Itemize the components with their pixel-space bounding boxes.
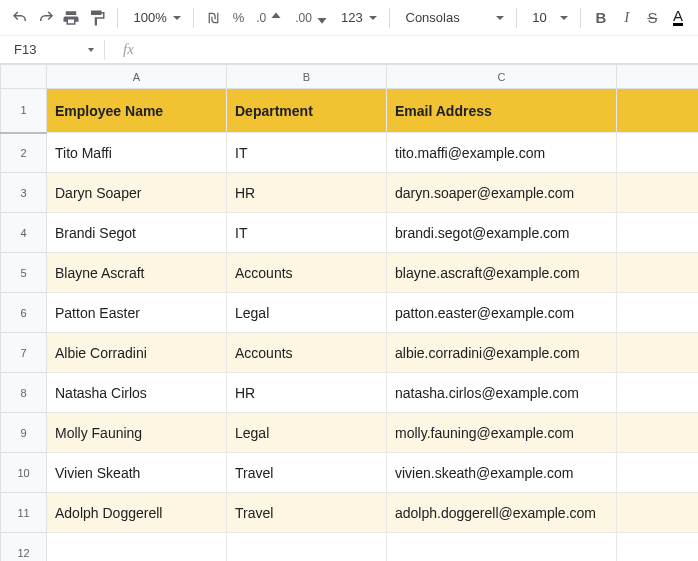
cell[interactable]: IT bbox=[227, 133, 387, 173]
separator bbox=[580, 8, 581, 28]
row-header[interactable]: 9 bbox=[1, 413, 47, 453]
cell[interactable]: Travel bbox=[227, 493, 387, 533]
zoom-value: 100% bbox=[134, 10, 167, 25]
cell[interactable]: Brandi Segot bbox=[47, 213, 227, 253]
bold-button[interactable]: B bbox=[589, 5, 613, 31]
cell[interactable]: Legal bbox=[227, 293, 387, 333]
cell[interactable]: daryn.soaper@example.com bbox=[387, 173, 617, 213]
cell[interactable]: blayne.ascraft@example.com bbox=[387, 253, 617, 293]
cell[interactable]: Travel bbox=[227, 453, 387, 493]
cell[interactable]: tito.maffi@example.com bbox=[387, 133, 617, 173]
row-header[interactable]: 8 bbox=[1, 373, 47, 413]
cell[interactable]: Legal bbox=[227, 413, 387, 453]
cell[interactable]: patton.easter@example.com bbox=[387, 293, 617, 333]
table-row: 4Brandi SegotITbrandi.segot@example.com bbox=[1, 213, 699, 253]
cell[interactable]: natasha.cirlos@example.com bbox=[387, 373, 617, 413]
cell[interactable]: Patton Easter bbox=[47, 293, 227, 333]
paint-format-button[interactable] bbox=[85, 5, 109, 31]
cell[interactable]: HR bbox=[227, 173, 387, 213]
row-header[interactable]: 5 bbox=[1, 253, 47, 293]
cell[interactable] bbox=[617, 293, 699, 333]
row-header[interactable]: 7 bbox=[1, 333, 47, 373]
cell[interactable] bbox=[617, 253, 699, 293]
column-header[interactable]: A bbox=[47, 65, 227, 89]
strikethrough-button[interactable]: S bbox=[641, 5, 665, 31]
text-color-button[interactable]: A bbox=[666, 5, 690, 31]
font-dropdown[interactable]: Consolas bbox=[398, 5, 508, 31]
chevron-down-icon bbox=[88, 48, 94, 52]
currency-button[interactable]: ₪ bbox=[202, 5, 225, 31]
cell[interactable]: Natasha Cirlos bbox=[47, 373, 227, 413]
select-all-corner[interactable] bbox=[1, 65, 47, 89]
formula-bar-row: F13 fx bbox=[0, 36, 698, 64]
cell[interactable]: IT bbox=[227, 213, 387, 253]
redo-button[interactable] bbox=[34, 5, 58, 31]
separator bbox=[117, 8, 118, 28]
column-header[interactable]: B bbox=[227, 65, 387, 89]
row-header[interactable]: 3 bbox=[1, 173, 47, 213]
cell[interactable]: Department bbox=[227, 89, 387, 133]
cell[interactable]: Molly Fauning bbox=[47, 413, 227, 453]
cell[interactable]: brandi.segot@example.com bbox=[387, 213, 617, 253]
decrease-decimal-button[interactable]: .0 bbox=[252, 5, 289, 31]
increase-decimal-button[interactable]: .00 bbox=[291, 5, 335, 31]
column-header-row: A B C bbox=[1, 65, 699, 89]
cell[interactable] bbox=[617, 493, 699, 533]
row-header[interactable]: 12 bbox=[1, 533, 47, 562]
cell[interactable]: Adolph Doggerell bbox=[47, 493, 227, 533]
table-row: 9Molly FauningLegalmolly.fauning@example… bbox=[1, 413, 699, 453]
cell[interactable] bbox=[617, 533, 699, 562]
formula-input[interactable] bbox=[134, 36, 698, 63]
cell[interactable] bbox=[617, 133, 699, 173]
chevron-down-icon bbox=[173, 16, 181, 20]
chevron-down-icon bbox=[496, 16, 504, 20]
cell[interactable]: HR bbox=[227, 373, 387, 413]
row-header[interactable]: 2 bbox=[1, 133, 47, 173]
cell[interactable] bbox=[617, 213, 699, 253]
row-header[interactable]: 1 bbox=[1, 89, 47, 133]
cell[interactable]: vivien.skeath@example.com bbox=[387, 453, 617, 493]
cell[interactable] bbox=[227, 533, 387, 562]
number-format-dropdown[interactable]: 123 bbox=[337, 5, 381, 31]
cell[interactable] bbox=[617, 373, 699, 413]
cell[interactable]: adolph.doggerell@example.com bbox=[387, 493, 617, 533]
row-header[interactable]: 10 bbox=[1, 453, 47, 493]
italic-button[interactable]: I bbox=[615, 5, 639, 31]
separator bbox=[104, 40, 105, 60]
cell[interactable]: Accounts bbox=[227, 253, 387, 293]
separator bbox=[516, 8, 517, 28]
cell[interactable]: Daryn Soaper bbox=[47, 173, 227, 213]
chevron-down-icon bbox=[369, 16, 377, 20]
column-header[interactable]: C bbox=[387, 65, 617, 89]
percent-button[interactable]: % bbox=[227, 5, 251, 31]
font-size-dropdown[interactable]: 10 bbox=[524, 5, 572, 31]
cell[interactable]: Tito Maffi bbox=[47, 133, 227, 173]
column-header[interactable] bbox=[617, 65, 699, 89]
row-header[interactable]: 11 bbox=[1, 493, 47, 533]
cell[interactable]: Vivien Skeath bbox=[47, 453, 227, 493]
cell[interactable]: Albie Corradini bbox=[47, 333, 227, 373]
font-size-value: 10 bbox=[532, 10, 546, 25]
undo-button[interactable] bbox=[8, 5, 32, 31]
cell[interactable]: Employee Name bbox=[47, 89, 227, 133]
row-header[interactable]: 4 bbox=[1, 213, 47, 253]
cell[interactable]: Email Address bbox=[387, 89, 617, 133]
cell[interactable] bbox=[387, 533, 617, 562]
row-header[interactable]: 6 bbox=[1, 293, 47, 333]
cell[interactable] bbox=[617, 333, 699, 373]
print-button[interactable] bbox=[59, 5, 83, 31]
cell[interactable]: molly.fauning@example.com bbox=[387, 413, 617, 453]
table-row: 3Daryn SoaperHRdaryn.soaper@example.com bbox=[1, 173, 699, 213]
cell[interactable] bbox=[617, 413, 699, 453]
cell[interactable] bbox=[617, 453, 699, 493]
name-box[interactable]: F13 bbox=[6, 38, 100, 62]
cell[interactable] bbox=[617, 173, 699, 213]
cell[interactable] bbox=[617, 89, 699, 133]
zoom-dropdown[interactable]: 100% bbox=[126, 5, 185, 31]
table-row: 6Patton EasterLegalpatton.easter@example… bbox=[1, 293, 699, 333]
cell[interactable]: Accounts bbox=[227, 333, 387, 373]
cell[interactable]: albie.corradini@example.com bbox=[387, 333, 617, 373]
text-color-glyph: A bbox=[673, 9, 683, 26]
cell[interactable]: Blayne Ascraft bbox=[47, 253, 227, 293]
cell[interactable] bbox=[47, 533, 227, 562]
